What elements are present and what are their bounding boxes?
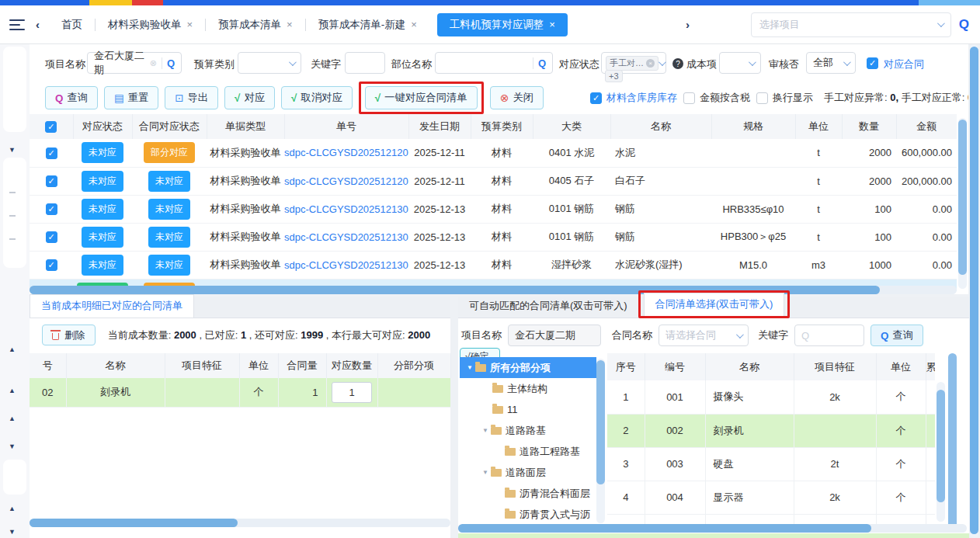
col-contract-status[interactable]: 合同对应状态 bbox=[132, 114, 207, 139]
search-icon[interactable]: Q bbox=[162, 57, 175, 69]
tree-node[interactable]: 道路工程路基 bbox=[460, 441, 596, 462]
doc-no-link[interactable]: sdpc-CLCGYSD202512120( bbox=[284, 175, 408, 187]
tree-node[interactable]: ▼道路路基 bbox=[460, 420, 596, 441]
col-amount[interactable]: 金额 bbox=[896, 114, 957, 139]
rail-collapse-icon[interactable]: ▼ bbox=[9, 146, 16, 154]
wrap-display-checkbox[interactable]: 换行显示 bbox=[756, 91, 813, 105]
rail-down-icon[interactable]: ▼ bbox=[9, 443, 16, 450]
close-icon[interactable]: × bbox=[411, 19, 417, 30]
match-button[interactable]: √对应 bbox=[224, 86, 275, 109]
cost-item-select[interactable] bbox=[719, 52, 761, 74]
rail-down-icon[interactable]: ▼ bbox=[9, 528, 16, 536]
table-row[interactable]: ✓ 未对应 未对应 材料采购验收单 sdpc-CLCGYSD202512130(… bbox=[30, 251, 957, 279]
col-unit[interactable]: 单位 bbox=[795, 114, 842, 139]
rail-panel[interactable] bbox=[3, 460, 26, 495]
one-click-match-button[interactable]: √一键对应合同清单 bbox=[365, 86, 478, 109]
rail-up-icon[interactable]: ▲ bbox=[9, 415, 16, 422]
table-row[interactable]: 02 刻录机 个 1 1 bbox=[30, 378, 450, 407]
tag-clear-icon[interactable]: × bbox=[646, 59, 655, 68]
row-checkbox[interactable]: ✓ bbox=[46, 203, 57, 215]
col-doc-type[interactable]: 单据类型 bbox=[207, 114, 284, 139]
col-name[interactable]: 名称 bbox=[610, 114, 711, 139]
tab-budget-list[interactable]: 预算成本清单× bbox=[206, 13, 305, 36]
col-date[interactable]: 发生日期 bbox=[408, 114, 471, 139]
search-button[interactable]: Q 查询 bbox=[871, 325, 923, 346]
table-row[interactable]: 2002 刻录机 个 bbox=[607, 414, 935, 447]
delete-button[interactable]: 删除 bbox=[42, 325, 96, 345]
menu-collapse-icon[interactable] bbox=[9, 19, 26, 30]
tree-node[interactable]: 沥青混合料面层 bbox=[460, 483, 596, 504]
tab-auto-match[interactable]: 可自动匹配的合同清单(双击可带入) bbox=[458, 295, 638, 318]
tab-budget-list-new[interactable]: 预算成本清单-新建× bbox=[306, 13, 429, 36]
col-name[interactable]: 名称 bbox=[705, 353, 794, 380]
main-table-vscrollbar[interactable] bbox=[958, 118, 967, 289]
audit-select[interactable]: 全部 bbox=[806, 52, 856, 74]
col-code[interactable]: 号 bbox=[30, 353, 66, 378]
global-search-icon[interactable]: Q bbox=[951, 17, 980, 33]
col-match-status[interactable]: 对应状态 bbox=[73, 114, 132, 139]
rail-up-icon[interactable]: ▲ bbox=[9, 387, 16, 394]
keyword-input[interactable]: Q bbox=[794, 325, 864, 346]
clear-icon[interactable]: ⊗ bbox=[150, 58, 157, 68]
col-feature[interactable]: 项目特征 bbox=[165, 353, 239, 378]
reset-button[interactable]: ▤重置 bbox=[104, 86, 158, 109]
rail-up-icon[interactable]: ▲ bbox=[9, 505, 16, 512]
items-table-vscrollbar[interactable] bbox=[937, 382, 945, 522]
col-unit[interactable]: 单位 bbox=[876, 353, 926, 380]
export-button[interactable]: ⊡导出 bbox=[165, 86, 218, 109]
col-budget-type[interactable]: 预算类别 bbox=[471, 114, 533, 139]
close-icon[interactable]: × bbox=[549, 19, 555, 30]
rail-panel[interactable] bbox=[3, 47, 26, 132]
table-row[interactable]: ✓ 未对应 未对应 材料采购验收单 sdpc-CLCGYSD202512130(… bbox=[30, 223, 957, 251]
tree-node[interactable]: ▼道路面层 bbox=[460, 462, 596, 483]
col-unit[interactable]: 单位 bbox=[239, 353, 278, 378]
table-row[interactable]: 3003 硬盘 2t个 bbox=[607, 447, 935, 481]
col-index[interactable]: 序号 bbox=[607, 353, 645, 380]
tab-material-receipt[interactable]: 材料采购验收单× bbox=[96, 13, 205, 36]
search-button[interactable]: Q查询 bbox=[45, 86, 98, 109]
tab-budget-match-adjust[interactable]: 工料机预算对应调整× bbox=[437, 13, 568, 36]
col-feature[interactable]: 项目特征 bbox=[794, 353, 876, 380]
col-match-qty[interactable]: 对应数量 bbox=[326, 353, 377, 378]
table-row[interactable]: ✓ 未对应 未对应 材料采购验收单 sdpc-CLCGYSD202512120(… bbox=[30, 167, 957, 195]
col-section[interactable]: 分部分项 bbox=[377, 353, 450, 378]
col-spec[interactable]: 规格 bbox=[711, 114, 795, 139]
matched-table-hscrollbar[interactable] bbox=[30, 519, 450, 527]
contract-select[interactable]: 请选择合同 bbox=[659, 325, 749, 346]
main-table-hscrollbar[interactable] bbox=[30, 286, 957, 294]
keyword-input[interactable] bbox=[345, 52, 385, 74]
tab-matched-list[interactable]: 当前成本明细已对应的合同清单 bbox=[30, 294, 194, 318]
panel-hscrollbar[interactable] bbox=[458, 524, 967, 533]
part-name-input[interactable]: Q bbox=[435, 52, 553, 74]
tab-home[interactable]: 首页 bbox=[49, 13, 95, 36]
doc-no-link[interactable]: sdpc-CLCGYSD202512130( bbox=[284, 203, 408, 215]
doc-no-link[interactable]: sdpc-CLCGYSD202512130( bbox=[284, 259, 408, 271]
search-icon[interactable]: Q bbox=[533, 57, 546, 69]
col-doc-no[interactable]: 单号 bbox=[284, 114, 408, 139]
col-contract-qty[interactable]: 合同量 bbox=[278, 353, 326, 378]
match-qty-input[interactable]: 1 bbox=[332, 382, 372, 403]
tree-node[interactable]: 主体结构 bbox=[460, 378, 596, 399]
col-name[interactable]: 名称 bbox=[66, 353, 165, 378]
tree-expand-icon[interactable]: ▼ bbox=[480, 469, 491, 476]
col-cumulative[interactable]: 累 bbox=[926, 353, 935, 380]
table-row[interactable]: ✓ 未对应 未对应 材料采购验收单 sdpc-CLCGYSD202512130(… bbox=[30, 195, 957, 223]
table-row[interactable]: 1001 摄像头 2k个 bbox=[607, 380, 935, 414]
tree-expand-icon[interactable]: ▼ bbox=[480, 427, 491, 434]
table-row[interactable]: ✓ 未对应 部分对应 材料采购验收单 sdpc-CLCGYSD202512120… bbox=[30, 139, 957, 167]
budget-type-select[interactable] bbox=[238, 52, 301, 74]
doc-no-link[interactable]: sdpc-CLCGYSD202512130( bbox=[284, 231, 408, 243]
doc-no-link[interactable]: sdpc-CLCGYSD202512120( bbox=[284, 147, 408, 158]
help-icon[interactable]: ? bbox=[672, 58, 683, 69]
row-checkbox[interactable]: ✓ bbox=[46, 259, 57, 271]
tree-node[interactable]: 沥青贯入式与沥 bbox=[460, 504, 596, 525]
panel-vscrollbar[interactable] bbox=[948, 353, 957, 530]
tab-contract-select[interactable]: 合同清单选择(双击可带入) bbox=[644, 293, 785, 316]
close-icon[interactable]: × bbox=[187, 19, 193, 30]
tree-vscrollbar[interactable] bbox=[596, 359, 605, 523]
match-status-multiselect[interactable]: 手工对…× +3 bbox=[601, 52, 666, 74]
rail-panel[interactable] bbox=[3, 158, 26, 268]
close-button[interactable]: ⊗关闭 bbox=[490, 86, 544, 109]
rail-up-icon[interactable]: ▲ bbox=[9, 345, 16, 353]
unmatch-button[interactable]: √取消对应 bbox=[281, 86, 353, 109]
